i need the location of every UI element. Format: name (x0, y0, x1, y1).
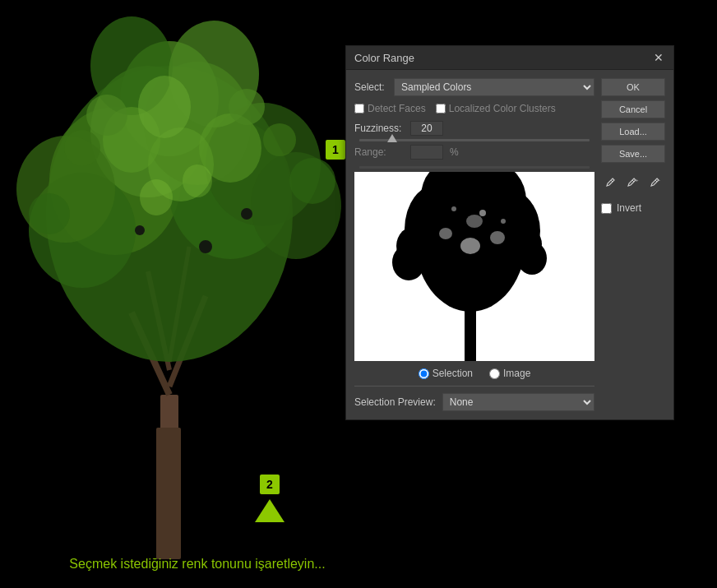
preview-area (354, 172, 594, 361)
image-radio[interactable] (489, 368, 500, 379)
slider-thumb[interactable] (387, 134, 397, 142)
invert-label: Invert (617, 202, 641, 214)
svg-line-54 (611, 180, 613, 182)
svg-point-51 (479, 210, 486, 216)
detect-faces-checkbox[interactable] (354, 104, 364, 113)
badge-1: 1 (326, 140, 345, 160)
localized-text: Localized Color Clusters (449, 103, 556, 114)
svg-point-33 (241, 208, 252, 220)
ok-button[interactable]: OK (601, 78, 665, 96)
eyedropper-button[interactable] (601, 175, 619, 193)
close-icon: ✕ (654, 51, 664, 64)
dialog-titlebar: Color Range ✕ (346, 46, 673, 70)
localized-checkbox[interactable] (436, 104, 446, 113)
fuzziness-label: Fuzziness: (354, 123, 404, 134)
fuzziness-slider-container (354, 139, 594, 141)
svg-point-52 (451, 206, 456, 211)
svg-rect-2 (156, 428, 181, 559)
detect-faces-label[interactable]: Detect Faces (354, 103, 426, 114)
selection-text: Selection (433, 368, 473, 379)
close-button[interactable]: ✕ (652, 51, 665, 64)
range-slider-track (359, 166, 590, 169)
sp-label: Selection Preview: (354, 396, 436, 408)
svg-point-53 (501, 219, 506, 224)
svg-point-27 (64, 130, 100, 166)
svg-point-45 (466, 215, 483, 228)
invert-checkbox[interactable] (601, 203, 612, 214)
svg-point-25 (289, 158, 335, 204)
select-row: Select: Sampled Colors Reds Yellows Gree… (354, 78, 594, 96)
svg-point-42 (460, 238, 480, 254)
range-row: Range: % (354, 145, 594, 160)
svg-text:+: + (636, 178, 639, 183)
image-radio-label[interactable]: Image (489, 368, 530, 379)
radio-row: Selection Image (354, 368, 594, 379)
color-range-dialog: Color Range ✕ Select: Sampled Colors Red… (345, 45, 674, 420)
selection-radio[interactable] (419, 368, 429, 379)
fuzziness-input[interactable] (410, 121, 443, 136)
eyedropper-subtract-button[interactable]: - (647, 175, 665, 193)
eyedropper-add-button[interactable]: + (624, 175, 642, 193)
tree-image (0, 0, 378, 588)
dialog-actions: OK Cancel Load... Save... + (601, 78, 665, 411)
image-text: Image (503, 368, 530, 379)
selection-preview-row: Selection Preview: None Grayscale Black … (354, 386, 594, 411)
svg-point-29 (140, 179, 173, 215)
svg-point-32 (135, 225, 145, 235)
svg-point-50 (517, 242, 547, 275)
svg-text:-: - (659, 178, 660, 183)
select-label: Select: (354, 81, 387, 93)
arrow-up-icon (255, 499, 284, 522)
cancel-button[interactable]: Cancel (601, 100, 665, 118)
svg-point-26 (29, 193, 70, 234)
selection-radio-label[interactable]: Selection (419, 368, 473, 379)
invert-row: Invert (601, 202, 665, 214)
svg-point-44 (490, 231, 505, 244)
range-label: Range: (354, 146, 404, 158)
svg-point-49 (392, 244, 425, 280)
select-dropdown[interactable]: Sampled Colors Reds Yellows Greens Cyans… (394, 78, 594, 96)
svg-line-55 (632, 180, 634, 182)
svg-line-57 (655, 180, 657, 182)
load-button[interactable]: Load... (601, 123, 665, 141)
localized-label[interactable]: Localized Color Clusters (436, 103, 556, 114)
annotation-2: 2 (255, 475, 284, 522)
svg-point-23 (86, 95, 127, 136)
detect-faces-text: Detect Faces (368, 103, 426, 114)
svg-point-48 (466, 303, 474, 312)
range-input[interactable] (410, 145, 443, 160)
checkbox-row: Detect Faces Localized Color Clusters (354, 103, 594, 114)
svg-point-22 (138, 76, 191, 138)
svg-point-24 (229, 89, 265, 125)
range-slider-container (354, 166, 594, 169)
instruction-text: Seçmek istediğiniz renk tonunu işaretley… (41, 557, 354, 572)
eyedropper-row: + - (601, 175, 665, 193)
save-button[interactable]: Save... (601, 145, 665, 163)
dialog-title: Color Range (354, 52, 414, 64)
svg-point-28 (263, 123, 296, 156)
svg-point-43 (439, 228, 452, 239)
badge-2: 2 (260, 475, 280, 494)
dialog-main: Select: Sampled Colors Reds Yellows Gree… (354, 78, 594, 411)
slider-track (359, 139, 590, 141)
svg-point-31 (199, 240, 212, 253)
dialog-body: Select: Sampled Colors Reds Yellows Gree… (346, 70, 673, 419)
svg-point-30 (183, 164, 212, 197)
selection-preview-dropdown[interactable]: None Grayscale Black Matte White Matte Q… (442, 393, 594, 411)
range-pct: % (450, 146, 459, 158)
